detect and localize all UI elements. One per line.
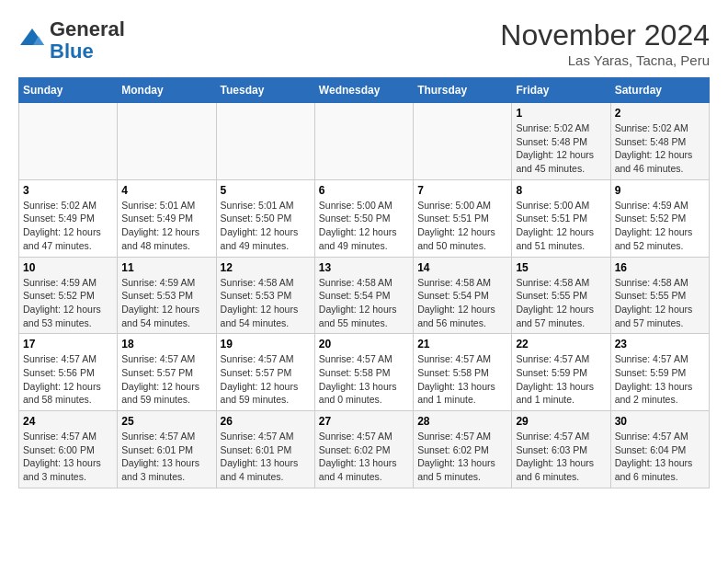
calendar-cell: 19Sunrise: 4:57 AM Sunset: 5:57 PM Dayli…	[216, 334, 314, 411]
day-number: 29	[516, 415, 606, 428]
day-number: 1	[516, 107, 606, 120]
day-number: 22	[516, 338, 606, 350]
calendar-cell	[414, 103, 512, 180]
day-number: 27	[319, 415, 409, 428]
day-info: Sunrise: 5:02 AM Sunset: 5:48 PM Dayligh…	[516, 121, 606, 176]
day-number: 19	[221, 338, 311, 350]
day-number: 26	[221, 415, 311, 428]
day-number: 4	[121, 184, 211, 197]
day-info: Sunrise: 4:58 AM Sunset: 5:55 PM Dayligh…	[615, 276, 705, 330]
day-number: 9	[615, 184, 705, 197]
calendar-week-row: 3Sunrise: 5:02 AM Sunset: 5:49 PM Daylig…	[19, 179, 710, 257]
day-number: 10	[23, 261, 113, 274]
day-number: 28	[417, 415, 507, 428]
day-info: Sunrise: 4:58 AM Sunset: 5:55 PM Dayligh…	[516, 276, 606, 330]
calendar-cell: 18Sunrise: 4:57 AM Sunset: 5:57 PM Dayli…	[118, 334, 216, 411]
day-number: 6	[319, 184, 409, 197]
weekday-header: Thursday	[414, 78, 512, 103]
calendar-week-row: 17Sunrise: 4:57 AM Sunset: 5:56 PM Dayli…	[19, 334, 710, 411]
calendar-cell: 17Sunrise: 4:57 AM Sunset: 5:56 PM Dayli…	[19, 334, 118, 411]
day-info: Sunrise: 4:58 AM Sunset: 5:54 PM Dayligh…	[417, 276, 507, 330]
title-area: November 2024 Las Yaras, Tacna, Peru	[500, 18, 710, 68]
calendar-cell	[118, 103, 216, 180]
day-info: Sunrise: 5:00 AM Sunset: 5:51 PM Dayligh…	[417, 199, 507, 253]
calendar-cell: 21Sunrise: 4:57 AM Sunset: 5:58 PM Dayli…	[414, 334, 512, 411]
calendar-cell: 24Sunrise: 4:57 AM Sunset: 6:00 PM Dayli…	[19, 411, 118, 488]
calendar-cell: 27Sunrise: 4:57 AM Sunset: 6:02 PM Dayli…	[314, 411, 413, 488]
calendar-cell: 1Sunrise: 5:02 AM Sunset: 5:48 PM Daylig…	[512, 103, 610, 180]
calendar-cell: 25Sunrise: 4:57 AM Sunset: 6:01 PM Dayli…	[118, 411, 216, 488]
calendar-week-row: 1Sunrise: 5:02 AM Sunset: 5:48 PM Daylig…	[19, 103, 710, 180]
calendar-cell: 26Sunrise: 4:57 AM Sunset: 6:01 PM Dayli…	[216, 411, 314, 488]
day-info: Sunrise: 4:57 AM Sunset: 5:57 PM Dayligh…	[121, 352, 211, 407]
day-info: Sunrise: 5:02 AM Sunset: 5:49 PM Dayligh…	[23, 199, 113, 253]
calendar-cell: 4Sunrise: 5:01 AM Sunset: 5:49 PM Daylig…	[118, 179, 216, 257]
day-number: 16	[615, 261, 705, 274]
day-info: Sunrise: 4:57 AM Sunset: 6:04 PM Dayligh…	[615, 430, 705, 484]
day-info: Sunrise: 4:57 AM Sunset: 5:58 PM Dayligh…	[417, 352, 507, 407]
day-info: Sunrise: 5:01 AM Sunset: 5:50 PM Dayligh…	[221, 199, 311, 253]
weekday-header: Friday	[512, 78, 610, 103]
day-info: Sunrise: 4:57 AM Sunset: 5:59 PM Dayligh…	[516, 352, 606, 407]
day-info: Sunrise: 4:57 AM Sunset: 5:56 PM Dayligh…	[23, 352, 113, 407]
calendar-cell: 28Sunrise: 4:57 AM Sunset: 6:02 PM Dayli…	[414, 411, 512, 488]
day-info: Sunrise: 5:02 AM Sunset: 5:48 PM Dayligh…	[615, 121, 705, 176]
calendar-cell: 9Sunrise: 4:59 AM Sunset: 5:52 PM Daylig…	[610, 179, 709, 257]
day-number: 21	[417, 338, 507, 350]
calendar-cell: 14Sunrise: 4:58 AM Sunset: 5:54 PM Dayli…	[414, 257, 512, 334]
day-info: Sunrise: 4:59 AM Sunset: 5:52 PM Dayligh…	[615, 199, 705, 253]
day-info: Sunrise: 4:59 AM Sunset: 5:53 PM Dayligh…	[121, 276, 211, 330]
calendar-cell: 5Sunrise: 5:01 AM Sunset: 5:50 PM Daylig…	[216, 179, 314, 257]
day-number: 7	[417, 184, 507, 197]
weekday-header: Wednesday	[314, 78, 413, 103]
day-number: 14	[417, 261, 507, 274]
calendar-week-row: 24Sunrise: 4:57 AM Sunset: 6:00 PM Dayli…	[19, 411, 710, 488]
calendar-cell: 29Sunrise: 4:57 AM Sunset: 6:03 PM Dayli…	[512, 411, 610, 488]
day-info: Sunrise: 5:00 AM Sunset: 5:50 PM Dayligh…	[319, 199, 409, 253]
calendar-cell: 16Sunrise: 4:58 AM Sunset: 5:55 PM Dayli…	[610, 257, 709, 334]
calendar-cell: 23Sunrise: 4:57 AM Sunset: 5:59 PM Dayli…	[610, 334, 709, 411]
calendar-week-row: 10Sunrise: 4:59 AM Sunset: 5:52 PM Dayli…	[19, 257, 710, 334]
day-info: Sunrise: 4:58 AM Sunset: 5:54 PM Dayligh…	[319, 276, 409, 330]
calendar-cell: 15Sunrise: 4:58 AM Sunset: 5:55 PM Dayli…	[512, 257, 610, 334]
location-subtitle: Las Yaras, Tacna, Peru	[500, 52, 710, 68]
day-info: Sunrise: 4:57 AM Sunset: 6:01 PM Dayligh…	[221, 430, 311, 484]
day-number: 23	[615, 338, 705, 350]
calendar-cell: 6Sunrise: 5:00 AM Sunset: 5:50 PM Daylig…	[314, 179, 413, 257]
logo-general: General	[50, 17, 125, 40]
calendar-cell: 2Sunrise: 5:02 AM Sunset: 5:48 PM Daylig…	[610, 103, 709, 180]
calendar-cell: 7Sunrise: 5:00 AM Sunset: 5:51 PM Daylig…	[414, 179, 512, 257]
day-number: 5	[221, 184, 311, 197]
weekday-header: Saturday	[610, 78, 709, 103]
calendar-cell: 10Sunrise: 4:59 AM Sunset: 5:52 PM Dayli…	[19, 257, 118, 334]
calendar-cell: 20Sunrise: 4:57 AM Sunset: 5:58 PM Dayli…	[314, 334, 413, 411]
day-info: Sunrise: 4:57 AM Sunset: 5:58 PM Dayligh…	[319, 352, 409, 407]
day-number: 30	[615, 415, 705, 428]
day-info: Sunrise: 4:57 AM Sunset: 6:01 PM Dayligh…	[121, 430, 211, 484]
day-number: 12	[221, 261, 311, 274]
logo: General Blue	[18, 18, 125, 63]
day-number: 8	[516, 184, 606, 197]
day-number: 25	[121, 415, 211, 428]
weekday-header-row: SundayMondayTuesdayWednesdayThursdayFrid…	[19, 78, 710, 103]
logo-icon	[18, 27, 46, 54]
day-info: Sunrise: 5:01 AM Sunset: 5:49 PM Dayligh…	[121, 199, 211, 253]
calendar-cell: 8Sunrise: 5:00 AM Sunset: 5:51 PM Daylig…	[512, 179, 610, 257]
day-info: Sunrise: 4:57 AM Sunset: 5:57 PM Dayligh…	[221, 352, 311, 407]
weekday-header: Tuesday	[216, 78, 314, 103]
day-number: 3	[23, 184, 113, 197]
calendar-cell: 30Sunrise: 4:57 AM Sunset: 6:04 PM Dayli…	[610, 411, 709, 488]
day-info: Sunrise: 4:57 AM Sunset: 5:59 PM Dayligh…	[615, 352, 705, 407]
day-number: 18	[121, 338, 211, 350]
day-number: 24	[23, 415, 113, 428]
day-number: 20	[319, 338, 409, 350]
day-info: Sunrise: 5:00 AM Sunset: 5:51 PM Dayligh…	[516, 199, 606, 253]
calendar-cell: 22Sunrise: 4:57 AM Sunset: 5:59 PM Dayli…	[512, 334, 610, 411]
logo-blue: Blue	[50, 40, 94, 63]
calendar-table: SundayMondayTuesdayWednesdayThursdayFrid…	[18, 77, 710, 488]
calendar-cell: 13Sunrise: 4:58 AM Sunset: 5:54 PM Dayli…	[314, 257, 413, 334]
calendar-cell: 11Sunrise: 4:59 AM Sunset: 5:53 PM Dayli…	[118, 257, 216, 334]
day-info: Sunrise: 4:58 AM Sunset: 5:53 PM Dayligh…	[221, 276, 311, 330]
calendar-cell	[216, 103, 314, 180]
weekday-header: Sunday	[19, 78, 118, 103]
